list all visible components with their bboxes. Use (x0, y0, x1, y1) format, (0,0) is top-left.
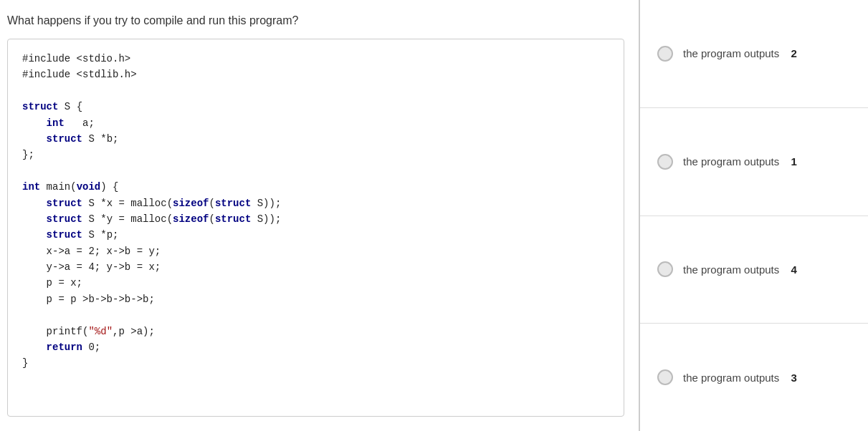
question-text: What happens if you try to compile and r… (7, 14, 624, 27)
code-include-stdlib: #include <stdlib.h> (22, 69, 137, 80)
answer-option-2[interactable]: the program outputs 2 (640, 0, 868, 108)
answer-label-1: the program outputs (683, 155, 779, 168)
answer-label-3: the program outputs (683, 372, 779, 384)
right-panel: the program outputs 2 the program output… (640, 0, 868, 431)
answer-label-4: the program outputs (683, 263, 779, 276)
answer-value-3: 3 (791, 372, 796, 384)
answer-value-4: 4 (791, 263, 796, 276)
main-container: What happens if you try to compile and r… (0, 0, 868, 431)
code-struct-def: struct S { int a; struct S *b; }; (22, 101, 118, 160)
answer-option-3[interactable]: the program outputs 3 (640, 324, 868, 431)
radio-circle-1[interactable] (657, 154, 673, 170)
answer-value-2: 2 (791, 47, 796, 59)
radio-circle-3[interactable] (657, 369, 673, 385)
answer-text-1: the program outputs 1 (683, 155, 797, 168)
answer-text-3: the program outputs 3 (683, 372, 797, 384)
answer-text-4: the program outputs 4 (683, 263, 797, 276)
left-panel: What happens if you try to compile and r… (0, 0, 640, 431)
code-main-func: int main(void) { struct S *x = malloc(si… (22, 181, 281, 369)
answer-value-1: 1 (791, 155, 796, 168)
radio-circle-4[interactable] (657, 261, 673, 277)
answer-option-4[interactable]: the program outputs 4 (640, 216, 868, 324)
code-include-stdio: #include <stdio.h> (22, 53, 130, 64)
answer-text-2: the program outputs 2 (683, 47, 797, 59)
answer-option-1[interactable]: the program outputs 1 (640, 108, 868, 216)
radio-circle-2[interactable] (657, 46, 673, 62)
answer-label-2: the program outputs (683, 47, 779, 59)
code-block: #include <stdio.h> #include <stdlib.h> s… (7, 39, 624, 417)
